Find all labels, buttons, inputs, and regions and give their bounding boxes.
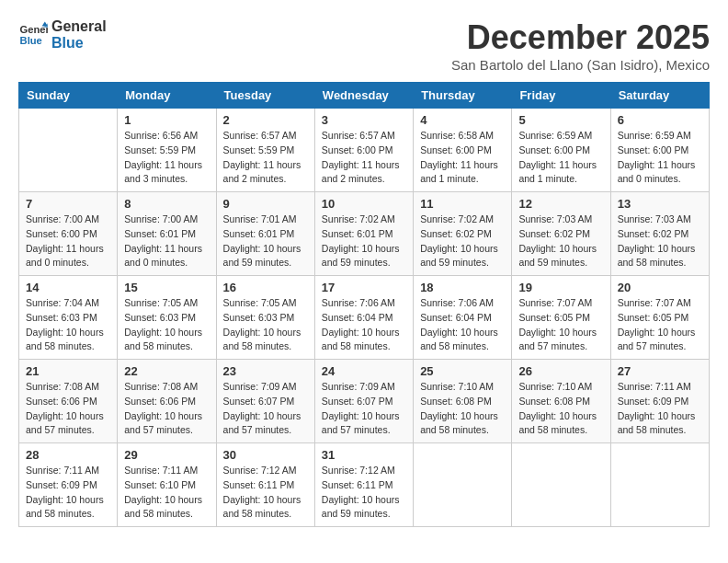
- sunrise: Sunrise: 6:59 AM: [618, 130, 691, 141]
- day-info: Sunrise: 7:12 AM Sunset: 6:11 PM Dayligh…: [223, 464, 308, 522]
- sunset: Sunset: 6:03 PM: [223, 312, 295, 323]
- sunrise: Sunrise: 7:05 AM: [223, 297, 297, 308]
- sunrise: Sunrise: 7:03 AM: [518, 213, 592, 224]
- day-number: 6: [618, 113, 702, 127]
- day-info: Sunrise: 7:02 AM Sunset: 6:01 PM Dayligh…: [322, 213, 406, 270]
- daylight: Daylight: 11 hours and 0 minutes.: [124, 243, 202, 269]
- header: General Blue General Blue December 2025 …: [18, 18, 710, 73]
- week-row-4: 21 Sunrise: 7:08 AM Sunset: 6:06 PM Dayl…: [19, 360, 710, 443]
- day-cell: 10 Sunrise: 7:02 AM Sunset: 6:01 PM Dayl…: [314, 192, 413, 276]
- day-cell: [414, 443, 512, 527]
- sunrise: Sunrise: 7:06 AM: [420, 297, 494, 308]
- day-number: 31: [322, 448, 406, 462]
- header-day-thursday: Thursday: [414, 83, 512, 109]
- daylight: Daylight: 10 hours and 59 minutes.: [420, 243, 498, 269]
- day-number: 25: [420, 364, 505, 378]
- day-info: Sunrise: 7:07 AM Sunset: 6:05 PM Dayligh…: [518, 296, 603, 354]
- day-info: Sunrise: 7:08 AM Sunset: 6:06 PM Dayligh…: [124, 380, 209, 438]
- sunrise: Sunrise: 7:11 AM: [618, 381, 691, 392]
- sunset: Sunset: 6:07 PM: [322, 396, 393, 407]
- day-info: Sunrise: 7:07 AM Sunset: 6:05 PM Dayligh…: [618, 296, 702, 354]
- day-cell: 4 Sunrise: 6:58 AM Sunset: 6:00 PM Dayli…: [414, 109, 512, 192]
- day-info: Sunrise: 7:02 AM Sunset: 6:02 PM Dayligh…: [420, 213, 505, 270]
- header-day-tuesday: Tuesday: [216, 83, 314, 109]
- day-cell: 15 Sunrise: 7:05 AM Sunset: 6:03 PM Dayl…: [118, 276, 216, 360]
- sunrise: Sunrise: 7:01 AM: [223, 213, 297, 224]
- day-cell: 5 Sunrise: 6:59 AM Sunset: 6:00 PM Dayli…: [512, 109, 610, 192]
- sunrise: Sunrise: 6:57 AM: [223, 130, 297, 141]
- day-cell: 12 Sunrise: 7:03 AM Sunset: 6:02 PM Dayl…: [512, 192, 610, 276]
- day-number: 9: [223, 197, 308, 211]
- daylight: Daylight: 10 hours and 58 minutes.: [420, 410, 498, 436]
- day-cell: 2 Sunrise: 6:57 AM Sunset: 5:59 PM Dayli…: [216, 109, 314, 192]
- day-info: Sunrise: 6:59 AM Sunset: 6:00 PM Dayligh…: [518, 129, 603, 187]
- day-number: 10: [322, 197, 406, 211]
- day-cell: [19, 109, 118, 192]
- sunset: Sunset: 6:07 PM: [223, 396, 295, 407]
- day-number: 24: [322, 364, 406, 378]
- day-cell: 9 Sunrise: 7:01 AM Sunset: 6:01 PM Dayli…: [216, 192, 314, 276]
- sunset: Sunset: 5:59 PM: [223, 144, 295, 155]
- sunrise: Sunrise: 7:09 AM: [223, 381, 297, 392]
- daylight: Daylight: 10 hours and 57 minutes.: [322, 410, 400, 436]
- day-info: Sunrise: 7:00 AM Sunset: 6:01 PM Dayligh…: [124, 213, 209, 270]
- week-row-5: 28 Sunrise: 7:11 AM Sunset: 6:09 PM Dayl…: [19, 443, 710, 527]
- logo-icon: General Blue: [18, 20, 48, 50]
- day-info: Sunrise: 7:05 AM Sunset: 6:03 PM Dayligh…: [124, 296, 209, 354]
- daylight: Daylight: 10 hours and 57 minutes.: [124, 410, 202, 436]
- daylight: Daylight: 10 hours and 59 minutes.: [322, 494, 400, 520]
- daylight: Daylight: 10 hours and 58 minutes.: [26, 494, 104, 520]
- day-cell: 6 Sunrise: 6:59 AM Sunset: 6:00 PM Dayli…: [610, 109, 709, 192]
- day-cell: [512, 443, 610, 527]
- sunrise: Sunrise: 7:12 AM: [223, 465, 297, 476]
- sunrise: Sunrise: 7:08 AM: [124, 381, 198, 392]
- header-day-monday: Monday: [118, 83, 216, 109]
- daylight: Daylight: 10 hours and 57 minutes.: [223, 410, 301, 436]
- sunrise: Sunrise: 7:02 AM: [322, 213, 395, 224]
- daylight: Daylight: 10 hours and 58 minutes.: [223, 494, 301, 520]
- header-day-sunday: Sunday: [19, 83, 118, 109]
- day-number: 1: [124, 113, 209, 127]
- day-cell: 20 Sunrise: 7:07 AM Sunset: 6:05 PM Dayl…: [610, 276, 709, 360]
- header-day-saturday: Saturday: [610, 83, 709, 109]
- day-number: 18: [420, 281, 505, 294]
- daylight: Daylight: 11 hours and 0 minutes.: [618, 159, 696, 185]
- sunrise: Sunrise: 7:11 AM: [26, 465, 99, 476]
- day-cell: 18 Sunrise: 7:06 AM Sunset: 6:04 PM Dayl…: [414, 276, 512, 360]
- daylight: Daylight: 11 hours and 1 minute.: [518, 159, 597, 185]
- logo-general: General: [51, 18, 107, 35]
- sunrise: Sunrise: 7:08 AM: [26, 381, 99, 392]
- day-info: Sunrise: 7:11 AM Sunset: 6:09 PM Dayligh…: [618, 380, 702, 438]
- day-info: Sunrise: 7:04 AM Sunset: 6:03 PM Dayligh…: [26, 296, 110, 354]
- week-row-3: 14 Sunrise: 7:04 AM Sunset: 6:03 PM Dayl…: [19, 276, 710, 360]
- daylight: Daylight: 10 hours and 58 minutes.: [618, 243, 696, 269]
- daylight: Daylight: 11 hours and 2 minutes.: [223, 159, 301, 185]
- sunrise: Sunrise: 7:12 AM: [322, 465, 395, 476]
- day-number: 30: [223, 448, 308, 462]
- day-number: 4: [420, 113, 505, 127]
- sunset: Sunset: 6:04 PM: [322, 312, 393, 323]
- sunset: Sunset: 6:06 PM: [26, 396, 97, 407]
- daylight: Daylight: 10 hours and 58 minutes.: [518, 410, 597, 436]
- daylight: Daylight: 11 hours and 3 minutes.: [124, 159, 202, 185]
- sunset: Sunset: 6:00 PM: [26, 228, 97, 239]
- day-info: Sunrise: 7:10 AM Sunset: 6:08 PM Dayligh…: [518, 380, 603, 438]
- day-info: Sunrise: 7:06 AM Sunset: 6:04 PM Dayligh…: [322, 296, 406, 354]
- daylight: Daylight: 10 hours and 58 minutes.: [124, 494, 202, 520]
- day-info: Sunrise: 7:08 AM Sunset: 6:06 PM Dayligh…: [26, 380, 110, 438]
- day-number: 22: [124, 364, 209, 378]
- day-cell: 26 Sunrise: 7:10 AM Sunset: 6:08 PM Dayl…: [512, 360, 610, 443]
- day-number: 7: [26, 197, 110, 211]
- sunset: Sunset: 6:02 PM: [518, 228, 590, 239]
- sunrise: Sunrise: 7:07 AM: [618, 297, 691, 308]
- daylight: Daylight: 11 hours and 0 minutes.: [26, 243, 104, 269]
- sunset: Sunset: 6:03 PM: [26, 312, 97, 323]
- daylight: Daylight: 10 hours and 58 minutes.: [420, 327, 498, 352]
- day-number: 2: [223, 113, 308, 127]
- day-cell: 17 Sunrise: 7:06 AM Sunset: 6:04 PM Dayl…: [314, 276, 413, 360]
- daylight: Daylight: 10 hours and 59 minutes.: [223, 243, 301, 269]
- day-info: Sunrise: 7:11 AM Sunset: 6:10 PM Dayligh…: [124, 464, 209, 522]
- sunset: Sunset: 6:02 PM: [420, 228, 492, 239]
- day-number: 27: [618, 364, 702, 378]
- day-info: Sunrise: 7:11 AM Sunset: 6:09 PM Dayligh…: [26, 464, 110, 522]
